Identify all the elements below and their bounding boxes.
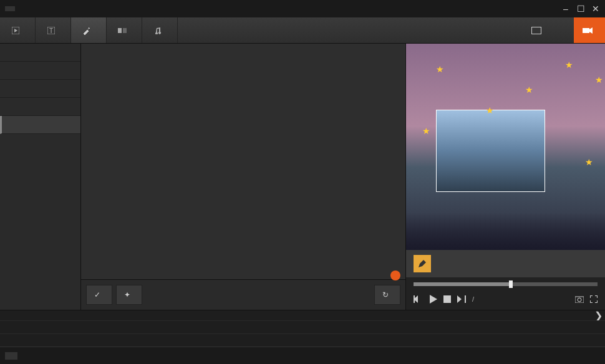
save-button[interactable] bbox=[554, 17, 574, 43]
preview-canvas[interactable]: ★★★★★★★ bbox=[406, 44, 605, 250]
pencil-icon bbox=[414, 255, 431, 272]
reset-button[interactable]: ↻ bbox=[374, 285, 400, 305]
svg-point-16 bbox=[578, 298, 581, 302]
stop-button[interactable] bbox=[443, 295, 451, 303]
svg-marker-1 bbox=[14, 29, 17, 32]
tab-effects[interactable] bbox=[71, 17, 107, 43]
svg-rect-12 bbox=[443, 295, 451, 303]
play-button[interactable] bbox=[428, 295, 437, 304]
camera-icon bbox=[583, 27, 593, 34]
minimize-button[interactable]: – bbox=[561, 4, 570, 14]
sidebar-item-complex[interactable] bbox=[0, 116, 80, 134]
clips-row: ❯ bbox=[0, 310, 605, 320]
check-icon: ✓ bbox=[94, 290, 100, 299]
svg-text:T: T bbox=[49, 27, 53, 34]
wand-icon: ✦ bbox=[124, 290, 130, 299]
sidebar-item-all[interactable] bbox=[0, 44, 80, 62]
tab-titles[interactable]: T bbox=[36, 17, 71, 43]
timeline-next-button[interactable]: ❯ bbox=[594, 310, 603, 320]
record-badge-icon bbox=[390, 271, 400, 280]
svg-rect-7 bbox=[583, 28, 589, 33]
svg-marker-11 bbox=[430, 295, 437, 304]
maximize-button[interactable]: ☐ bbox=[576, 4, 585, 14]
prev-button[interactable] bbox=[414, 295, 422, 303]
svg-rect-4 bbox=[118, 28, 122, 33]
tab-music[interactable] bbox=[142, 17, 178, 43]
random-button[interactable]: ✦ bbox=[116, 285, 142, 305]
effects-grid bbox=[81, 44, 405, 279]
svg-rect-10 bbox=[414, 295, 415, 303]
playback-controls: / bbox=[406, 291, 605, 310]
close-button[interactable]: ✕ bbox=[591, 4, 600, 14]
edit-slide-button[interactable] bbox=[406, 250, 605, 277]
titlebar: – ☐ ✕ bbox=[0, 0, 605, 17]
sidebar-item-3d[interactable] bbox=[0, 80, 80, 98]
app-logo bbox=[5, 6, 15, 11]
footer bbox=[0, 347, 605, 364]
svg-marker-13 bbox=[457, 295, 462, 303]
music-icon bbox=[153, 26, 162, 35]
tab-clips[interactable] bbox=[0, 17, 36, 43]
refresh-icon: ↻ bbox=[382, 290, 389, 299]
svg-rect-5 bbox=[123, 28, 127, 33]
preview-panel: ★★★★★★★ / bbox=[405, 44, 605, 310]
create-button[interactable] bbox=[574, 17, 605, 43]
next-button[interactable] bbox=[457, 295, 466, 303]
actions-row: ✓ ✦ ↻ bbox=[81, 279, 405, 310]
fullscreen-button[interactable] bbox=[590, 295, 598, 303]
apply-button[interactable]: ✓ bbox=[86, 285, 112, 305]
toolbar: T bbox=[0, 17, 605, 44]
sidebar-item-nature[interactable] bbox=[0, 98, 80, 116]
sidebar-item-motion[interactable] bbox=[0, 62, 80, 80]
time-display: / bbox=[472, 295, 474, 303]
footer-tab-slides[interactable] bbox=[5, 352, 17, 360]
mic-track[interactable] bbox=[0, 333, 605, 347]
tab-transitions[interactable] bbox=[107, 17, 142, 43]
snapshot-button[interactable] bbox=[575, 295, 584, 303]
aspect-ratio[interactable] bbox=[523, 17, 554, 43]
play-icon bbox=[11, 26, 20, 35]
text-icon: T bbox=[47, 26, 56, 35]
aspect-icon bbox=[531, 27, 541, 34]
timeline: ❯ bbox=[0, 310, 605, 347]
music-track[interactable] bbox=[0, 320, 605, 333]
transitions-icon bbox=[118, 26, 127, 35]
svg-rect-14 bbox=[465, 295, 466, 303]
footer-tab-time[interactable] bbox=[27, 352, 40, 360]
effects-sidebar bbox=[0, 44, 81, 310]
svg-marker-8 bbox=[589, 27, 593, 34]
effects-icon bbox=[82, 26, 91, 35]
svg-rect-6 bbox=[532, 27, 541, 34]
preview-scrubber[interactable] bbox=[414, 282, 598, 286]
